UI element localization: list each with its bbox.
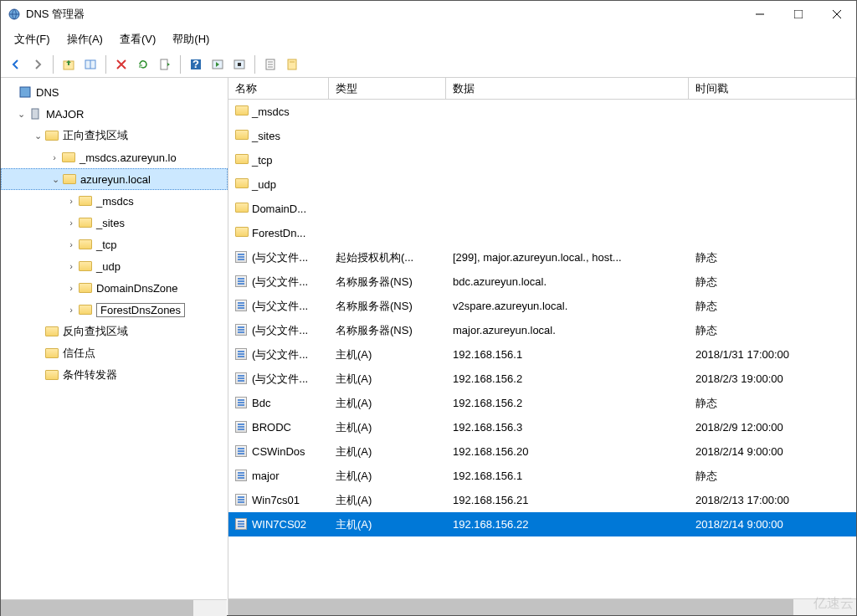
cell-name: (与父文件... xyxy=(252,347,308,362)
export-button[interactable] xyxy=(155,54,175,74)
tree-pane[interactable]: DNS ⌄ MAJOR ⌄ 正向查找区域 › _msdcs.azureyun.l… xyxy=(1,78,228,615)
list-row[interactable]: Bdc主机(A)192.168.156.2静态 xyxy=(228,391,856,415)
list-row[interactable]: ForestDn... xyxy=(228,221,856,245)
tree-root-dns[interactable]: DNS xyxy=(1,81,228,103)
list-row[interactable]: CSWinDos主机(A)192.168.156.202018/2/14 9:0… xyxy=(228,439,856,464)
list-row[interactable]: (与父文件...名称服务器(NS)v2spare.azureyun.local.… xyxy=(228,294,856,318)
close-button[interactable] xyxy=(818,1,856,28)
stop-button[interactable] xyxy=(229,54,249,74)
cell-name: (与父文件... xyxy=(252,323,308,338)
menu-action[interactable]: 操作(A) xyxy=(60,28,110,50)
tree-scrollbar[interactable] xyxy=(1,599,227,616)
folder-icon xyxy=(62,172,77,187)
watermark: 亿速云 xyxy=(813,595,854,613)
titlebar: DNS 管理器 xyxy=(1,1,856,28)
tree-sub-sites[interactable]: › _sites xyxy=(1,212,228,234)
maximize-button[interactable] xyxy=(779,1,818,28)
horizontal-scrollbar[interactable] xyxy=(228,598,856,615)
record-icon xyxy=(235,494,249,507)
list-row[interactable]: (与父文件...主机(A)192.168.156.22018/2/3 19:00… xyxy=(228,367,856,391)
cell-name: _msdcs xyxy=(252,105,290,118)
minimize-button[interactable] xyxy=(741,1,779,28)
run-button[interactable] xyxy=(208,54,228,74)
tree-conditional-fwd[interactable]: 条件转发器 xyxy=(1,364,228,386)
list-row[interactable]: _sites xyxy=(228,124,856,148)
dns-icon xyxy=(18,85,33,100)
tree-zone-azureyun-local[interactable]: ⌄ azureyun.local xyxy=(1,168,228,190)
cell-type: 主机(A) xyxy=(329,493,446,508)
cell-ts: 2018/2/14 9:00:00 xyxy=(689,518,856,531)
tree-sub-domaindns[interactable]: › DomainDnsZone xyxy=(1,277,228,299)
cell-data: 192.168.156.2 xyxy=(446,397,689,409)
tree-sub-tcp[interactable]: › _tcp xyxy=(1,234,228,255)
back-button[interactable] xyxy=(6,54,26,74)
help-button[interactable]: ? xyxy=(186,54,206,74)
cell-type: 主机(A) xyxy=(329,396,446,411)
list-row[interactable]: major主机(A)192.168.156.1静态 xyxy=(228,464,856,488)
cell-data: bdc.azureyun.local. xyxy=(446,275,689,288)
cell-type: 主机(A) xyxy=(329,372,446,387)
list-body[interactable]: _msdcs_sites_tcp_udpDomainD...ForestDn..… xyxy=(228,100,856,598)
menu-file[interactable]: 文件(F) xyxy=(8,28,57,50)
folder-icon xyxy=(78,237,93,252)
cell-data: 192.168.156.2 xyxy=(446,372,689,385)
tree-trust-points[interactable]: 信任点 xyxy=(1,342,228,364)
cell-name: BRODC xyxy=(252,421,291,434)
folder-icon xyxy=(44,367,59,382)
col-name[interactable]: 名称 xyxy=(228,78,329,99)
list-row[interactable]: _udp xyxy=(228,172,856,197)
menubar: 文件(F) 操作(A) 查看(V) 帮助(H) xyxy=(1,28,856,51)
tree-sub-udp[interactable]: › _udp xyxy=(1,255,228,277)
new-record-button[interactable] xyxy=(260,54,280,74)
cell-data: 192.168.156.1 xyxy=(446,470,689,482)
list-row[interactable]: Win7cs01主机(A)192.168.156.212018/2/13 17:… xyxy=(228,488,856,512)
list-row[interactable]: (与父文件...名称服务器(NS)bdc.azureyun.local.静态 xyxy=(228,270,856,294)
cell-type: 起始授权机构(... xyxy=(329,250,446,265)
tree-sub-forestdns[interactable]: › ForestDnsZones xyxy=(1,299,228,321)
record-icon xyxy=(235,348,249,362)
cell-name: (与父文件... xyxy=(252,299,308,314)
col-data[interactable]: 数据 xyxy=(446,78,689,99)
list-row[interactable]: _tcp xyxy=(228,148,856,172)
svg-text:?: ? xyxy=(192,58,199,70)
properties-button[interactable] xyxy=(282,54,302,74)
refresh-button[interactable] xyxy=(133,54,153,74)
record-icon xyxy=(235,421,249,434)
delete-button[interactable] xyxy=(111,54,131,74)
forward-button[interactable] xyxy=(28,54,48,74)
show-hide-button[interactable] xyxy=(80,54,100,74)
menu-view[interactable]: 查看(V) xyxy=(113,28,162,50)
cell-ts: 静态 xyxy=(689,323,856,338)
list-row[interactable]: (与父文件...起始授权机构(...[299], major.azureyun.… xyxy=(228,245,856,270)
cell-ts: 2018/2/13 17:00:00 xyxy=(689,494,856,506)
cell-type: 名称服务器(NS) xyxy=(329,299,446,314)
svg-rect-18 xyxy=(32,109,38,119)
folder-icon xyxy=(44,128,59,143)
col-type[interactable]: 类型 xyxy=(329,78,446,99)
up-button[interactable] xyxy=(59,54,79,74)
tree-sub-msdcs[interactable]: › _msdcs xyxy=(1,190,228,212)
list-row[interactable]: DomainD... xyxy=(228,197,856,221)
cell-ts: 静态 xyxy=(689,250,856,265)
folder-icon xyxy=(235,178,249,192)
list-row[interactable]: (与父文件...主机(A)192.168.156.12018/1/31 17:0… xyxy=(228,342,856,367)
list-row[interactable]: _msdcs xyxy=(228,100,856,124)
list-row[interactable]: (与父文件...名称服务器(NS)major.azureyun.local.静态 xyxy=(228,318,856,342)
client-area: DNS ⌄ MAJOR ⌄ 正向查找区域 › _msdcs.azureyun.l… xyxy=(1,78,856,615)
svg-rect-15 xyxy=(288,59,296,69)
tree-server-major[interactable]: ⌄ MAJOR xyxy=(1,103,228,125)
svg-rect-5 xyxy=(161,59,167,69)
svg-rect-1 xyxy=(794,10,803,18)
tree-reverse-zone[interactable]: 反向查找区域 xyxy=(1,321,228,342)
cell-data: v2spare.azureyun.local. xyxy=(446,300,689,312)
tree-zone-msdcs[interactable]: › _msdcs.azureyun.lo xyxy=(1,146,228,168)
cell-ts: 静态 xyxy=(689,396,856,411)
record-icon xyxy=(235,324,249,337)
col-ts[interactable]: 时间戳 xyxy=(689,78,856,99)
list-row[interactable]: BRODC主机(A)192.168.156.32018/2/9 12:00:00 xyxy=(228,415,856,439)
menu-help[interactable]: 帮助(H) xyxy=(166,28,216,50)
tree-forward-zone[interactable]: ⌄ 正向查找区域 xyxy=(1,125,228,146)
cell-name: _tcp xyxy=(252,154,273,167)
cell-type: 主机(A) xyxy=(329,347,446,362)
list-row[interactable]: WIN7CS02主机(A)192.168.156.222018/2/14 9:0… xyxy=(228,512,856,536)
